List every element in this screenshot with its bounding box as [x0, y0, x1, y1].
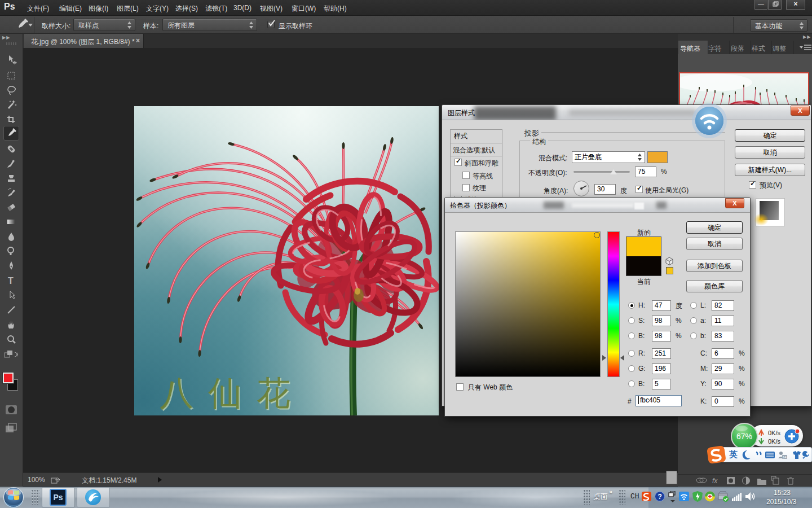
svg-text:fx: fx — [712, 477, 718, 485]
svg-text:?: ? — [658, 493, 662, 501]
svg-text:0K/s: 0K/s — [768, 430, 781, 436]
svg-text:八仙花: 八仙花 — [160, 374, 305, 412]
svg-text:14: 14 — [783, 456, 787, 459]
svg-text:T: T — [8, 276, 14, 286]
svg-text:0K/s: 0K/s — [768, 438, 781, 445]
svg-text:67%: 67% — [736, 432, 752, 441]
